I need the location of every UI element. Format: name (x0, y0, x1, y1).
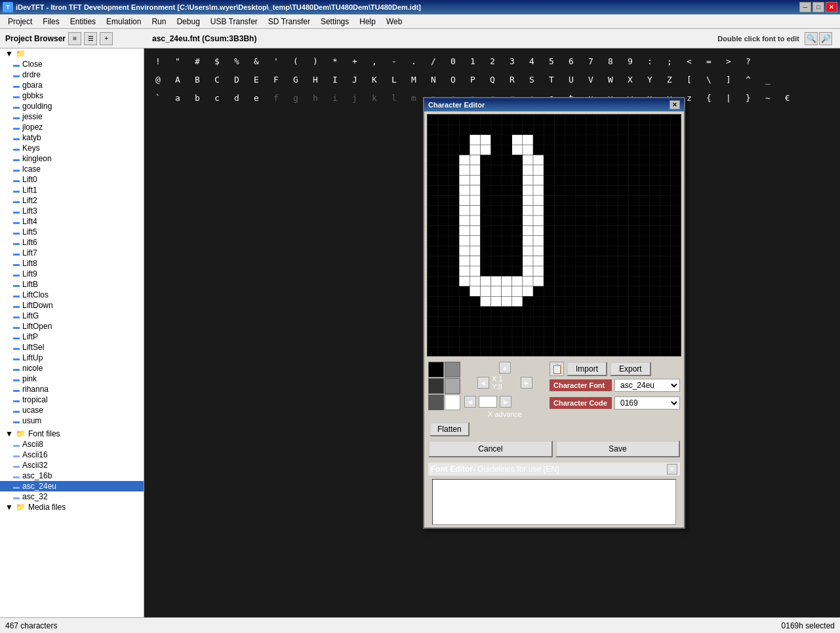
sidebar-item-lift9[interactable]: ▬ Lift9 (0, 269, 144, 279)
status-selected: 0169h selected (782, 621, 835, 630)
toolbar-row: Project Browser ≡ ☰ + asc_24eu.fnt (Csum… (0, 29, 840, 48)
pixel-grid-area[interactable] (427, 114, 681, 356)
sidebar-item-nicole[interactable]: ▬ nicole (0, 363, 144, 374)
color-gray-mid[interactable] (445, 378, 460, 394)
sidebar-item-rihanna[interactable]: ▬ rihanna (0, 384, 144, 394)
cancel-button[interactable]: Cancel (428, 440, 553, 457)
project-browser-section: Project Browser ≡ ☰ + (3, 32, 147, 45)
sidebar-item-liftclos[interactable]: ▬ LiftClos (0, 290, 144, 300)
sidebar-item-lift0[interactable]: ▬ Lift0 (0, 174, 144, 185)
x-advance-right-button[interactable]: ► (500, 396, 511, 408)
export-button[interactable]: Export (610, 362, 651, 376)
menu-web[interactable]: Web (381, 16, 407, 28)
sidebar-item-usum[interactable]: ▬ usum (0, 415, 144, 426)
sidebar-item-liftb[interactable]: ▬ LiftB (0, 279, 144, 290)
project-section-expander[interactable]: ▼ 📁 (0, 48, 144, 59)
font-file-item-asc_32[interactable]: ▬ asc_32 (0, 491, 144, 502)
sidebar-item-gbara[interactable]: ▬ gbara (0, 80, 144, 90)
add-item-button[interactable]: + (100, 32, 113, 45)
menu-emulation[interactable]: Emulation (101, 16, 146, 28)
window-controls: ─ □ ✕ (799, 2, 837, 12)
x-advance-left-button[interactable]: ◄ (464, 396, 476, 408)
color-gray-light[interactable] (428, 394, 444, 410)
sidebar-item-ucase[interactable]: ▬ ucase (0, 405, 144, 415)
sidebar-item-drdre[interactable]: ▬ drdre (0, 69, 144, 80)
menu-run[interactable]: Run (146, 16, 171, 28)
xy-navigator: ▲ ◄ X:1 Y:8 ► (464, 362, 546, 391)
menu-sd-transfer[interactable]: SD Transfer (263, 16, 315, 28)
menu-entities[interactable]: Entities (65, 16, 101, 28)
sidebar-item-kingleon[interactable]: ▬ kingleon (0, 153, 144, 164)
menu-help[interactable]: Help (354, 16, 381, 28)
font-file-item-asc_24eu[interactable]: ▬ asc_24eu (0, 481, 144, 491)
sidebar-item-liftg[interactable]: ▬ LiftG (0, 311, 144, 321)
import-button[interactable]: Import (567, 362, 607, 376)
font-file-item-asc_16b[interactable]: ▬ asc_16b (0, 470, 144, 481)
sidebar-item-pink[interactable]: ▬ pink (0, 374, 144, 384)
search-button-2[interactable]: 🔎 (819, 32, 832, 45)
left-arrow-button[interactable]: ◄ (477, 377, 489, 389)
sidebar-item-lift6[interactable]: ▬ Lift6 (0, 237, 144, 248)
font-file-item-ascii32[interactable]: ▬ Ascii32 (0, 460, 144, 470)
sidebar-item-lift4[interactable]: ▬ Lift4 (0, 216, 144, 227)
font-file-item-ascii16[interactable]: ▬ Ascii16 (0, 450, 144, 460)
y-coord: Y:8 (492, 383, 518, 391)
sidebar-item-lift1[interactable]: ▬ Lift1 (0, 185, 144, 195)
font-editor-scroll-btn[interactable]: ▼ (667, 464, 677, 474)
font-file-item-ascii8[interactable]: ▬ Ascii8 (0, 439, 144, 450)
right-arrow-button[interactable]: ► (521, 377, 532, 389)
minimize-button[interactable]: ─ (799, 2, 811, 12)
modal-close-button[interactable]: ✕ (670, 100, 680, 109)
save-button[interactable]: Save (555, 440, 680, 457)
color-white[interactable] (445, 394, 460, 410)
menu-usb-transfer[interactable]: USB Transfer (205, 16, 263, 28)
list-view-button-2[interactable]: ☰ (84, 32, 97, 45)
sidebar-item-lift2[interactable]: ▬ Lift2 (0, 195, 144, 206)
sidebar-item-close[interactable]: ▬ Close (0, 59, 144, 69)
color-dark[interactable] (428, 378, 444, 394)
sidebar-item-lift5[interactable]: ▬ Lift5 (0, 227, 144, 237)
character-font-select[interactable]: asc_24eu (614, 379, 680, 392)
paste-icon-button[interactable]: 📋 (550, 362, 564, 376)
font-files-section[interactable]: ▼ 📁 Font files (0, 429, 144, 439)
maximize-button[interactable]: □ (812, 2, 824, 12)
list-view-button-1[interactable]: ≡ (68, 32, 81, 45)
flatten-button[interactable]: Flatten (430, 422, 470, 436)
sidebar-item-lift8[interactable]: ▬ Lift8 (0, 258, 144, 269)
media-files-section[interactable]: ▼ 📁 Media files (0, 502, 144, 512)
sidebar-item-liftp[interactable]: ▬ LiftP (0, 332, 144, 342)
media-folder-icon: 📁 (16, 503, 26, 512)
sidebar-item-jlopez[interactable]: ▬ jlopez (0, 122, 144, 132)
font-filename: asc_24eu.fnt (Csum:3B3Bh) (152, 34, 256, 43)
menu-settings[interactable]: Settings (315, 16, 354, 28)
sidebar-item-keys[interactable]: ▬ Keys (0, 143, 144, 153)
character-code-label: Character Code (550, 397, 612, 409)
sidebar-item-tropical[interactable]: ▬ tropical (0, 394, 144, 405)
collapse-icon: ▼ (5, 49, 13, 58)
sidebar-item-liftopen[interactable]: ▬ LiftOpen (0, 321, 144, 332)
sidebar-item-goulding[interactable]: ▬ goulding (0, 101, 144, 111)
up-arrow-button[interactable]: ▲ (499, 362, 511, 374)
close-button[interactable]: ✕ (826, 2, 837, 12)
sidebar-item-liftup[interactable]: ▬ LiftUp (0, 353, 144, 363)
sidebar-item-jessie[interactable]: ▬ jessie (0, 111, 144, 122)
sidebar-item-lift7[interactable]: ▬ Lift7 (0, 248, 144, 258)
sidebar-item-katyb[interactable]: ▬ katyb (0, 132, 144, 143)
sidebar-item-lcase[interactable]: ▬ lcase (0, 164, 144, 174)
project-sidebar: ▼ 📁 ▬ Close▬ drdre▬ gbara▬ gbbks▬ gouldi… (0, 48, 144, 617)
title-text: iDevTFT - Itron TFT Development Environm… (16, 3, 421, 11)
color-gray-dark[interactable] (445, 362, 460, 377)
character-code-select[interactable]: 0169 (614, 396, 680, 410)
menu-project[interactable]: Project (3, 16, 37, 28)
sidebar-item-gbbks[interactable]: ▬ gbbks (0, 90, 144, 101)
search-button-1[interactable]: 🔍 (805, 32, 818, 45)
menu-debug[interactable]: Debug (171, 16, 205, 28)
pixel-grid-canvas[interactable] (428, 115, 681, 356)
character-editor-modal: Character Editor ✕ (423, 97, 685, 529)
sidebar-item-liftsel[interactable]: ▬ LiftSel (0, 342, 144, 353)
sidebar-item-liftdown[interactable]: ▬ LiftDown (0, 300, 144, 311)
color-black[interactable] (428, 362, 444, 377)
font-title-area: asc_24eu.fnt (Csum:3B3Bh) Double click f… (147, 32, 837, 45)
menu-files[interactable]: Files (37, 16, 64, 28)
sidebar-item-lift3[interactable]: ▬ Lift3 (0, 206, 144, 216)
